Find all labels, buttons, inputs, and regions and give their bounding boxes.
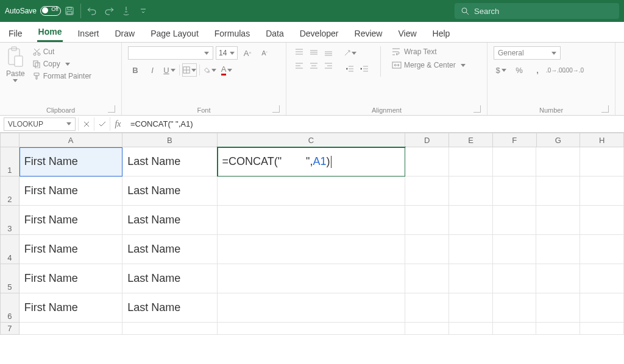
cell-E1[interactable]	[449, 147, 493, 177]
cell-F1[interactable]	[493, 147, 537, 177]
cell-A3[interactable]: First Name	[20, 206, 122, 235]
alignment-launcher-icon[interactable]	[473, 105, 481, 113]
comma-button[interactable]: ,	[530, 63, 545, 77]
increase-decimal-icon[interactable]: .0→.00	[548, 63, 563, 77]
row-header-2[interactable]: 2	[0, 177, 20, 206]
cell-F6[interactable]	[493, 293, 537, 323]
cell-E2[interactable]	[449, 177, 493, 206]
borders-button[interactable]	[182, 63, 197, 77]
row-header-6[interactable]: 6	[0, 293, 20, 323]
cell-H5[interactable]	[580, 264, 624, 293]
decrease-decimal-icon[interactable]: .00→.0	[567, 63, 581, 77]
font-color-button[interactable]: A	[219, 63, 234, 77]
cell-C4[interactable]	[218, 235, 406, 264]
cell-E5[interactable]	[449, 264, 493, 293]
column-header-D[interactable]: D	[405, 133, 449, 147]
grow-font-icon[interactable]: A^	[240, 46, 255, 60]
underline-button[interactable]: U	[162, 63, 177, 77]
touch-mode-icon[interactable]	[118, 2, 135, 19]
column-header-G[interactable]: G	[537, 133, 581, 147]
name-box[interactable]: VLOOKUP	[4, 117, 76, 131]
cell-H7[interactable]	[580, 323, 624, 335]
cell-G7[interactable]	[536, 323, 580, 335]
cell-D3[interactable]	[405, 206, 449, 235]
cell-D4[interactable]	[405, 235, 449, 264]
cell-H3[interactable]	[580, 206, 624, 235]
cell-E7[interactable]	[449, 323, 493, 335]
cut-button[interactable]: Cut	[30, 46, 94, 57]
row-header-3[interactable]: 3	[0, 206, 20, 235]
tab-help[interactable]: Help	[431, 25, 452, 42]
cell-F5[interactable]	[493, 264, 537, 293]
tab-page-layout[interactable]: Page Layout	[149, 25, 200, 42]
cell-E4[interactable]	[449, 235, 493, 264]
align-center-icon[interactable]	[307, 60, 321, 72]
row-header-1[interactable]: 1	[0, 147, 20, 177]
cell-E3[interactable]	[449, 206, 493, 235]
save-icon[interactable]	[61, 2, 78, 19]
merge-center-button[interactable]: Merge & Center	[389, 60, 468, 71]
cell-B1[interactable]: Last Name	[122, 147, 217, 177]
cell-D7[interactable]	[405, 323, 449, 335]
cell-G3[interactable]	[536, 206, 580, 235]
number-format-select[interactable]: General	[494, 46, 561, 60]
cell-G5[interactable]	[536, 264, 580, 293]
redo-icon[interactable]	[101, 2, 118, 19]
cell-C7[interactable]	[218, 323, 406, 335]
shrink-font-icon[interactable]: Aˇ	[257, 46, 272, 60]
italic-button[interactable]: I	[145, 63, 160, 77]
cell-G2[interactable]	[536, 177, 580, 206]
tab-home[interactable]: Home	[37, 23, 63, 42]
tab-file[interactable]: File	[7, 25, 24, 42]
cell-G6[interactable]	[536, 293, 580, 323]
cell-C5[interactable]	[218, 264, 406, 293]
percent-button[interactable]: %	[512, 63, 526, 77]
cell-B2[interactable]: Last Name	[122, 177, 217, 206]
tab-draw[interactable]: Draw	[113, 25, 136, 42]
tab-review[interactable]: Review	[353, 25, 384, 42]
cell-A6[interactable]: First Name	[20, 293, 122, 323]
cell-G1[interactable]	[536, 147, 580, 177]
cell-D2[interactable]	[405, 177, 449, 206]
cell-A2[interactable]: First Name	[20, 177, 122, 206]
column-header-B[interactable]: B	[122, 133, 217, 147]
cell-B3[interactable]: Last Name	[122, 206, 217, 235]
tab-developer[interactable]: Developer	[299, 25, 340, 42]
column-header-A[interactable]: A	[20, 133, 122, 147]
accept-formula-icon[interactable]	[94, 117, 110, 131]
cell-B6[interactable]: Last Name	[122, 293, 217, 323]
column-header-E[interactable]: E	[449, 133, 493, 147]
orientation-button[interactable]	[342, 46, 357, 60]
align-middle-icon[interactable]	[307, 46, 321, 58]
cell-F4[interactable]	[493, 235, 537, 264]
tab-view[interactable]: View	[397, 25, 417, 42]
cell-B4[interactable]: Last Name	[122, 235, 217, 264]
cell-C1[interactable]: =CONCAT(" ",A1)	[218, 147, 406, 177]
fill-color-button[interactable]	[202, 63, 217, 77]
currency-button[interactable]: $	[494, 63, 508, 77]
font-size-select[interactable]: 14	[216, 46, 238, 60]
autosave-toggle[interactable]: AutoSave Off	[5, 6, 61, 16]
tab-formulas[interactable]: Formulas	[213, 25, 251, 42]
row-header-7[interactable]: 7	[0, 323, 20, 335]
row-header-5[interactable]: 5	[0, 264, 20, 293]
wrap-text-button[interactable]: Wrap Text	[389, 46, 468, 57]
cell-A1[interactable]: First Name	[20, 147, 122, 177]
select-all-corner[interactable]	[0, 133, 20, 147]
qat-more-icon[interactable]	[135, 2, 152, 19]
cell-A5[interactable]: First Name	[20, 264, 122, 293]
undo-icon[interactable]	[83, 2, 101, 19]
formula-input[interactable]: =CONCAT(" ",A1)	[126, 119, 624, 128]
cell-G4[interactable]	[536, 235, 580, 264]
bold-button[interactable]: B	[128, 63, 143, 77]
copy-button[interactable]: Copy	[30, 58, 94, 69]
cell-B7[interactable]	[122, 323, 217, 335]
cell-H4[interactable]	[580, 235, 624, 264]
clipboard-launcher-icon[interactable]	[108, 105, 115, 113]
font-launcher-icon[interactable]	[272, 105, 280, 113]
font-name-select[interactable]	[128, 46, 213, 60]
decrease-indent-icon[interactable]	[342, 62, 357, 75]
cell-H1[interactable]	[580, 147, 624, 177]
cell-D5[interactable]	[405, 264, 449, 293]
cell-D6[interactable]	[405, 293, 449, 323]
